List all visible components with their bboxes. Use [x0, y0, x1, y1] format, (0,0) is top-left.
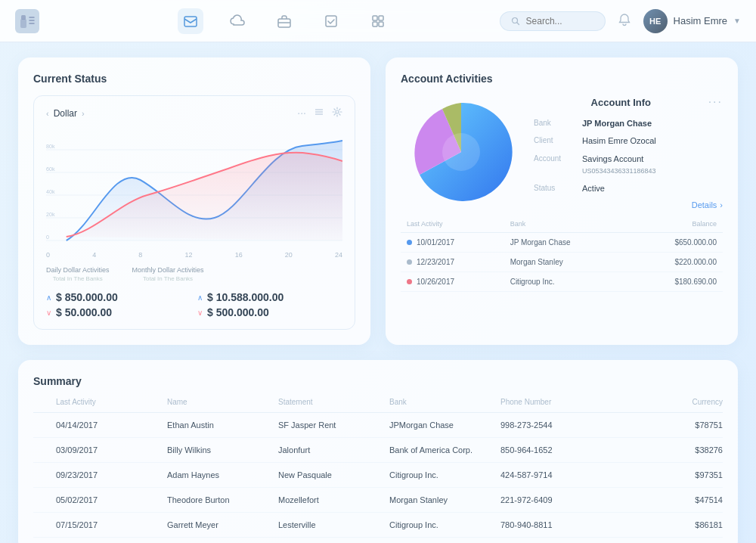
summary-table-row: 03/09/2017 Billy Wilkins Jalonfurt Bank …	[33, 438, 723, 463]
sum-statement: Jalonfurt	[278, 445, 389, 455]
search-input[interactable]	[526, 16, 594, 26]
summary-table-row: 09/23/2017 Adam Haynes New Pasquale Citi…	[33, 463, 723, 488]
sum-bank: Bank of America Corp.	[389, 445, 500, 455]
account-info-header: Account Info ···	[534, 95, 723, 109]
main-content: Current Status ‹ Dollar › ···	[0, 42, 756, 543]
svg-text:0: 0	[46, 234, 49, 241]
sum-name: Theodore Burton	[167, 495, 278, 504]
sum-date: 04/14/2017	[56, 420, 167, 430]
monthly-up: ∧ $ 10.588.000.00	[197, 291, 342, 303]
act-th-date: Last Activity	[407, 220, 510, 228]
nav-check-button[interactable]	[318, 8, 344, 34]
sum-statement: New Pasquale	[278, 470, 389, 479]
chevron-right-icon: ›	[720, 200, 723, 209]
details-link[interactable]: Details ›	[534, 200, 723, 209]
account-info-section: Account Info ··· Bank JP Morgan Chase Cl…	[534, 95, 723, 209]
monthly-down: ∨ $ 500.000.00	[197, 306, 342, 318]
chart-subtitles: Daily Dollar Activities Total In The Ban…	[46, 266, 342, 282]
bank-label: Bank	[534, 118, 579, 127]
summary-table: Last Activity Name Statement Bank Phone …	[33, 398, 723, 538]
down-arrow-icon: ∨	[46, 309, 51, 317]
up-arrow-icon: ∧	[46, 293, 51, 302]
sum-name: Ethan Austin	[167, 420, 278, 430]
top-navigation: HE Hasim Emre ▼	[0, 0, 756, 42]
svg-rect-10	[379, 16, 383, 20]
sum-currency: $78751	[612, 420, 723, 430]
bank-value: JP Morgan Chase	[582, 118, 723, 129]
logo-icon	[15, 9, 39, 33]
chart-prev-button[interactable]: ‹	[46, 109, 49, 118]
pie-chart-wrapper	[401, 95, 522, 209]
act-date: 10/26/2017	[407, 278, 510, 286]
act-th-balance: Balance	[613, 220, 717, 228]
svg-rect-5	[184, 17, 197, 26]
sum-currency: $38276	[612, 445, 723, 455]
activity-table-row: 10/26/2017 Citigroup Inc. $180.690.00	[401, 272, 723, 292]
act-bank: Citigroup Inc.	[510, 278, 614, 286]
sum-th-currency: Currency	[612, 398, 723, 406]
legend-daily: Daily Dollar Activities Total In The Ban…	[46, 266, 110, 282]
account-activities-title: Account Activities	[401, 73, 723, 85]
sum-name: Garrett Meyer	[167, 520, 278, 529]
avatar: HE	[643, 9, 668, 33]
sum-th-bank: Bank	[389, 398, 500, 406]
nav-right-section: HE Hasim Emre ▼	[500, 9, 741, 33]
svg-point-18	[336, 110, 339, 113]
account-activities-card: Account Activities	[386, 57, 738, 345]
activity-table-row: 12/23/2017 Morgan Stanley $220.000.00	[401, 253, 723, 272]
sum-currency: $47514	[612, 495, 723, 504]
monthly-down-value: $ 500.000.00	[207, 306, 269, 318]
status-info-row: Status Active	[534, 183, 723, 194]
chart-next-button[interactable]: ›	[82, 109, 85, 118]
chart-settings-icon[interactable]	[332, 107, 342, 119]
chart-area: 80k 60k 40k 20k 0	[46, 127, 342, 248]
sum-date: 03/09/2017	[56, 445, 167, 455]
chart-list-icon[interactable]	[314, 107, 324, 119]
sum-date: 05/02/2017	[56, 495, 167, 504]
sum-date: 07/15/2017	[56, 520, 167, 529]
search-box[interactable]	[500, 11, 606, 31]
nav-inbox-button[interactable]	[178, 8, 203, 34]
chart-menu-icon[interactable]: ···	[297, 107, 306, 119]
summary-table-row: 05/02/2017 Theodore Burton Mozellefort M…	[33, 488, 723, 513]
activity-table-row: 10/01/2017 JP Morgan Chase $650.000.00	[401, 233, 723, 253]
client-value: Hasim Emre Ozocal	[582, 135, 723, 147]
sum-statement: Lesterville	[278, 520, 389, 529]
chart-nav: ‹ Dollar ›	[46, 108, 85, 119]
monthly-stats: ∧ $ 10.588.000.00 ∨ $ 500.000.00	[197, 291, 342, 318]
nav-briefcase-button[interactable]	[271, 8, 297, 34]
sum-bank: JPMorgan Chase	[389, 420, 500, 430]
bank-info-row: Bank JP Morgan Chase	[534, 118, 723, 129]
sum-statement: SF Jasper Rent	[278, 420, 389, 430]
sum-statement: Mozellefort	[278, 495, 389, 504]
chart-stats: ∧ $ 850.000.00 ∨ $ 50.000.00 ∧ $ 10.588.…	[46, 291, 342, 318]
account-more-button[interactable]: ···	[708, 95, 723, 109]
sum-th-dot	[33, 398, 56, 406]
chart-header: ‹ Dollar › ···	[46, 107, 342, 119]
nav-grid-button[interactable]	[365, 8, 391, 34]
up-arrow-icon-2: ∧	[197, 293, 203, 302]
down-arrow-icon-2: ∨	[197, 309, 203, 317]
search-icon	[511, 17, 520, 26]
current-status-title: Current Status	[33, 73, 355, 85]
daily-up: ∧ $ 850.000.00	[46, 291, 191, 303]
svg-text:60k: 60k	[46, 166, 55, 173]
svg-rect-9	[373, 16, 377, 20]
nav-icon-group	[70, 8, 500, 34]
sum-phone: 221-972-6409	[500, 495, 612, 504]
summary-table-row: 04/14/2017 Ethan Austin SF Jasper Rent J…	[33, 413, 723, 438]
sum-name: Adam Haynes	[167, 470, 278, 479]
current-status-card: Current Status ‹ Dollar › ···	[18, 57, 370, 345]
act-balance: $650.000.00	[613, 238, 717, 247]
svg-rect-12	[379, 22, 383, 26]
daily-stats: ∧ $ 850.000.00 ∨ $ 50.000.00	[46, 291, 191, 318]
client-info-row: Client Hasim Emre Ozocal	[534, 135, 723, 147]
user-menu[interactable]: HE Hasim Emre ▼	[643, 9, 741, 33]
notification-bell[interactable]	[618, 13, 631, 29]
summary-title: Summary	[33, 375, 723, 387]
chevron-down-icon: ▼	[733, 17, 741, 25]
daily-down: ∨ $ 50.000.00	[46, 306, 191, 318]
summary-card: Summary Last Activity Name Statement Ban…	[18, 360, 738, 543]
nav-cloud-button[interactable]	[225, 8, 250, 34]
account-label: Account	[534, 154, 579, 163]
